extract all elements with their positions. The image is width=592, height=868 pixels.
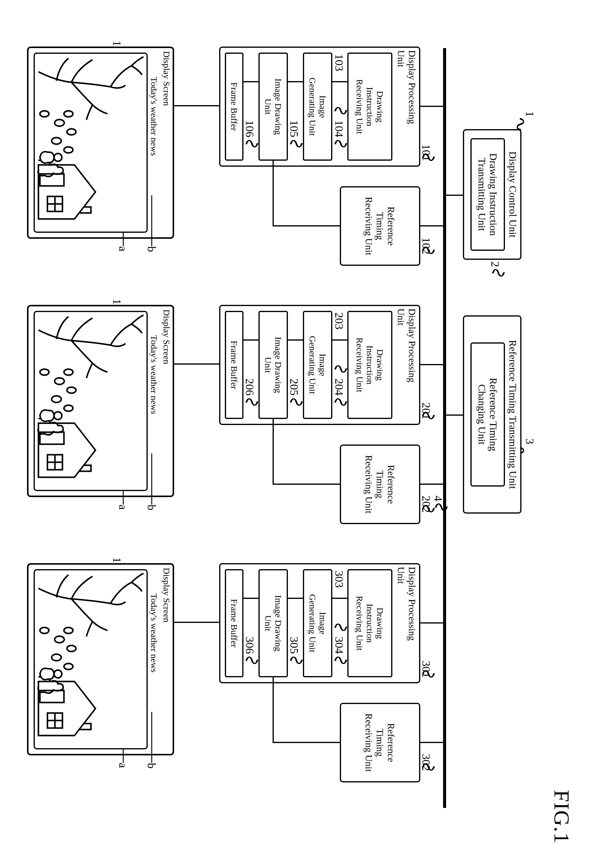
- tilde-206: ∿: [243, 394, 261, 410]
- svg-point-0: [64, 111, 73, 117]
- idu-2: Image Drawing Unit: [258, 311, 288, 419]
- rtru3-left: [272, 677, 274, 743]
- ds1-a: a: [116, 246, 130, 251]
- svg-point-3: [52, 137, 61, 144]
- drawing-instruction-transmitting-unit: Drawing Instruction Transmitting Unit: [470, 138, 505, 251]
- ref-205: 205: [287, 378, 301, 396]
- tilde-201: ∿: [420, 408, 437, 424]
- igu2-label: Image Generating Unit: [304, 312, 331, 418]
- c1-to-screen: [174, 105, 219, 106]
- dcu-label: Display Control Unit: [507, 151, 518, 238]
- svg-point-17: [54, 412, 62, 419]
- fb-2: Frame Buffer: [225, 311, 243, 419]
- tilde-2: ∿: [490, 265, 507, 281]
- c2-l3: [243, 340, 258, 341]
- ref-203: 203: [333, 312, 346, 329]
- c1-l3: [243, 81, 258, 82]
- ds3-a: a: [116, 763, 130, 768]
- tilde-301: ∿: [420, 666, 437, 682]
- svg-point-23: [64, 663, 73, 669]
- ds3-b: b: [145, 763, 158, 769]
- rtru3-down: [273, 742, 340, 743]
- bus-v2: [446, 415, 463, 416]
- dpu1-label: Display Processing Unit: [395, 50, 418, 124]
- igu-2: Image Generating Unit: [303, 311, 332, 419]
- svg-point-11: [67, 387, 76, 393]
- svg-point-18: [64, 627, 73, 633]
- ref-303: 303: [333, 571, 346, 588]
- drop-102: [420, 225, 443, 226]
- ref-105: 105: [287, 120, 301, 137]
- ref-206: 206: [243, 378, 256, 396]
- ds1-scene: [34, 53, 148, 233]
- ds1-b: b: [145, 246, 158, 252]
- diru3-label: Drawing Instruction Receiving Unit: [349, 570, 391, 676]
- igu-1: Image Generating Unit: [303, 53, 332, 161]
- ref-103: 103: [333, 54, 346, 71]
- svg-point-1: [54, 120, 64, 126]
- rtru1-down: [273, 225, 340, 226]
- igu3-label: Image Generating Unit: [304, 570, 331, 676]
- c2-to-screen: [174, 363, 219, 365]
- figure-title: FIG.1: [549, 790, 574, 844]
- ds2-news: Today's weather news: [149, 335, 159, 414]
- ref-204: 204: [333, 378, 346, 396]
- svg-point-2: [67, 129, 76, 135]
- svg-point-22: [40, 627, 49, 633]
- svg-point-21: [52, 654, 61, 661]
- ref-timing-changing-unit: Reference Timing Changing Unit: [470, 342, 505, 487]
- tilde-302: ∿: [420, 759, 437, 775]
- tilde-105: ∿: [287, 136, 305, 152]
- rtru-2: Reference Timing Receiving Unit: [340, 444, 420, 524]
- ds3-b-line: [151, 712, 152, 763]
- tilde-101: ∿: [420, 149, 437, 166]
- tilde-202: ∿: [420, 501, 437, 517]
- rtru-1: Reference Timing Receiving Unit: [340, 186, 420, 266]
- rtru3-label: Reference Timing Receiving Unit: [364, 713, 397, 772]
- weather-scene-icon: [32, 312, 146, 492]
- fb2-label: Frame Buffer: [226, 312, 242, 418]
- c2-l2: [288, 340, 303, 341]
- diru-3: Drawing Instruction Receiving Unit: [348, 569, 392, 677]
- tilde-203: ∿: [332, 361, 350, 378]
- svg-point-8: [54, 154, 62, 161]
- dpu2-label: Display Processing Unit: [395, 309, 418, 382]
- diru-1: Drawing Instruction Receiving Unit: [348, 53, 392, 161]
- idu-1: Image Drawing Unit: [258, 53, 288, 161]
- tilde-204: ∿: [332, 394, 350, 410]
- idu3-label: Image Drawing Unit: [260, 570, 287, 676]
- tilde-205: ∿: [287, 394, 305, 410]
- svg-point-9: [64, 369, 73, 375]
- svg-point-12: [52, 396, 61, 403]
- svg-point-20: [67, 645, 76, 651]
- tilde-305: ∿: [287, 652, 305, 669]
- ds3-scene: [34, 569, 148, 749]
- rtru1-left: [272, 161, 274, 226]
- idu1-label: Image Drawing Unit: [260, 54, 287, 159]
- drop-202: [420, 484, 443, 485]
- tilde-303: ∿: [332, 620, 350, 636]
- ds1-news: Today's weather news: [149, 77, 159, 156]
- rtru2-left: [272, 419, 274, 485]
- ref-305: 305: [287, 637, 301, 654]
- igu-3: Image Generating Unit: [303, 569, 332, 677]
- tilde-306: ∿: [243, 652, 261, 669]
- fb-1: Frame Buffer: [225, 53, 243, 161]
- rtcu-label: Reference Timing Changing Unit: [476, 378, 499, 452]
- ds1-title: Display Screen: [162, 51, 172, 106]
- tilde-103: ∿: [332, 103, 350, 119]
- drop-101: [420, 106, 443, 107]
- rtru1-label: Reference Timing Receiving Unit: [364, 197, 397, 255]
- svg-point-14: [64, 405, 73, 411]
- dpu3-label: Display Processing Unit: [395, 567, 418, 641]
- weather-scene-icon: [32, 54, 146, 234]
- svg-point-10: [54, 378, 64, 384]
- ds1-b-line: [151, 195, 152, 246]
- ref-106: 106: [243, 120, 256, 137]
- igu1-label: Image Generating Unit: [304, 54, 331, 159]
- c3-l1: [332, 598, 348, 599]
- ditu-label: Drawing Instruction Transmitting Unit: [476, 153, 499, 236]
- c1-l2: [288, 81, 303, 82]
- rtru2-down: [273, 484, 340, 485]
- ref-306: 306: [243, 637, 256, 654]
